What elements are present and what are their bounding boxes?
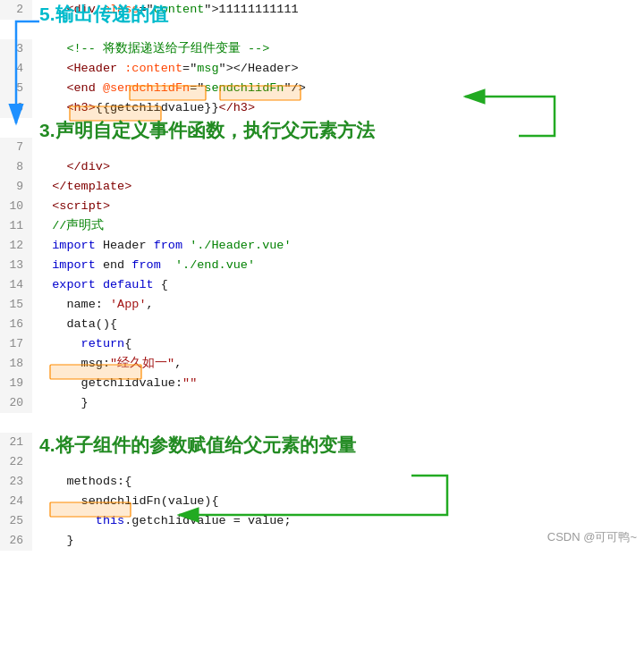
line-number: 3 xyxy=(0,39,32,59)
line-number: 24 xyxy=(0,492,32,511)
code-line-19: 19 getchlidvalue:"" xyxy=(0,374,644,393)
code-line-16: 16 data(){ xyxy=(0,315,644,334)
line-content: export default { xyxy=(32,275,644,295)
line-number: 8 xyxy=(0,157,32,177)
step5-label: 5.输出传递的值 xyxy=(39,2,168,27)
code-line-9: 9 </template> xyxy=(0,177,644,197)
line-number: 5 xyxy=(0,79,32,98)
code-line-3: 3 <!-- 将数据递送给子组件变量 --> xyxy=(0,39,644,59)
line-content: getchlidvalue:"" xyxy=(32,374,644,393)
step3-label: 3.声明自定义事件函数，执行父元素方法 xyxy=(39,118,375,143)
code-line-23: 23 methods:{ xyxy=(0,472,644,492)
line-number: 14 xyxy=(0,275,32,295)
code-line-5: 5 <end @sendchlidFn="sendchlidFn"/> xyxy=(0,79,644,98)
line-content: this.getchlidvalue = value; xyxy=(32,511,644,531)
line-number: 22 xyxy=(0,452,32,472)
code-line-14: 14 export default { xyxy=(0,275,644,295)
code-line-10: 10 <script> xyxy=(0,197,644,216)
line-content: </div> xyxy=(32,157,644,177)
line-number: 16 xyxy=(0,315,32,334)
line-content: <Header :content="msg"></Header> xyxy=(32,59,644,79)
line-number: 4 xyxy=(0,59,32,79)
line-number: 15 xyxy=(0,295,32,315)
code-line-11: 11 //声明式 xyxy=(0,216,644,236)
line-content: msg:"经久如一", xyxy=(32,354,644,374)
step4-label: 4.将子组件的参数赋值给父元素的变量 xyxy=(39,433,356,458)
line-content: <script> xyxy=(32,197,644,216)
line-content: name: 'App', xyxy=(32,295,644,315)
code-line-15: 15 name: 'App', xyxy=(0,295,644,315)
code-line-12: 12 import Header from './Header.vue' xyxy=(0,236,644,256)
line-number: 9 xyxy=(0,177,32,197)
line-content: return{ xyxy=(32,334,644,354)
line-content: import end from './end.vue' xyxy=(32,256,644,275)
watermark: CSDN @可可鸭~ xyxy=(547,529,637,545)
code-line-17: 17 return{ xyxy=(0,334,644,354)
line-number: 2 xyxy=(0,0,32,20)
line-content: sendchlidFn(value){ xyxy=(32,492,644,511)
line-number: 17 xyxy=(0,334,32,354)
code-line-24: 24 sendchlidFn(value){ xyxy=(0,492,644,511)
line-number: 11 xyxy=(0,216,32,236)
line-number: 20 xyxy=(0,393,32,413)
line-number: 19 xyxy=(0,374,32,393)
line-number: 21 xyxy=(0,433,32,452)
code-line-6: 6 <h3>{{getchlidvalue}}</h3> xyxy=(0,98,644,118)
line-number: 26 xyxy=(0,531,32,551)
line-number: 25 xyxy=(0,511,32,531)
code-line-8: 8 </div> xyxy=(0,157,644,177)
line-number: 7 xyxy=(0,138,32,157)
line-content: import Header from './Header.vue' xyxy=(32,236,644,256)
line-content: methods:{ xyxy=(32,472,644,492)
line-content: <!-- 将数据递送给子组件变量 --> xyxy=(32,39,644,59)
line-number: 10 xyxy=(0,197,32,216)
code-line-13: 13 import end from './end.vue' xyxy=(0,256,644,275)
code-line-18: 18 msg:"经久如一", xyxy=(0,354,644,374)
line-content: <end @sendchlidFn="sendchlidFn"/> xyxy=(32,79,644,98)
code-area: 2 <div class="content">11111111111 5.输出传… xyxy=(0,0,644,551)
line-number: 18 xyxy=(0,354,32,374)
code-line-20: 20 } xyxy=(0,393,644,413)
code-line-4: 4 <Header :content="msg"></Header> xyxy=(0,59,644,79)
line-content: //声明式 xyxy=(32,216,644,236)
line-content: } xyxy=(32,393,644,413)
line-content: data(){ xyxy=(32,315,644,334)
line-content: <h3>{{getchlidvalue}}</h3> xyxy=(32,98,644,118)
line-number: 12 xyxy=(0,236,32,256)
line-content: </template> xyxy=(32,177,644,197)
line-number: 6 xyxy=(0,98,32,118)
line-number: 13 xyxy=(0,256,32,275)
code-line-25: 25 this.getchlidvalue = value; xyxy=(0,511,644,531)
line-number: 23 xyxy=(0,472,32,492)
